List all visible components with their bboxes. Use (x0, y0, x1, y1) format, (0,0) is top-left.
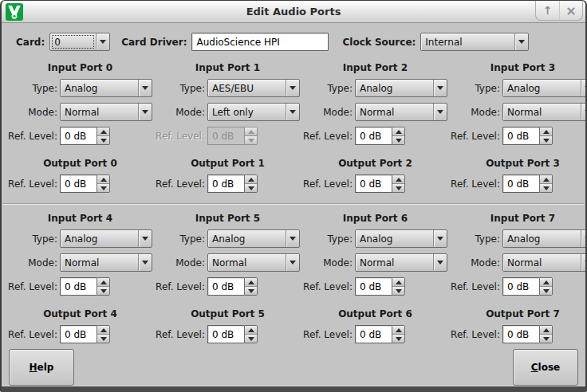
dropdown-arrow-button[interactable] (96, 33, 109, 50)
input-port-6-type-select[interactable]: Analog (355, 229, 447, 248)
spin-down-button[interactable] (392, 183, 404, 192)
spin-up-button[interactable] (392, 127, 404, 135)
dropdown-arrow-button[interactable] (286, 104, 299, 120)
spin-down-button[interactable] (97, 183, 109, 192)
titlebar[interactable]: Edit Audio Ports ↑ × (2, 1, 585, 23)
input-port-4-type-select[interactable]: Analog (60, 229, 152, 248)
spin-down-button[interactable] (97, 334, 109, 343)
input-port-0-mode-select[interactable]: Normal (60, 103, 152, 121)
card-driver-input[interactable] (191, 33, 329, 51)
ref-level-input[interactable] (207, 325, 244, 343)
spin-up-button[interactable] (245, 175, 257, 183)
spin-down-button[interactable] (245, 286, 257, 295)
ref-level-input[interactable] (355, 325, 392, 343)
spin-up-button[interactable] (540, 127, 552, 135)
close-window-button[interactable]: × (559, 1, 582, 20)
triangle-down-icon (100, 337, 107, 341)
ref-level-input[interactable] (502, 325, 539, 343)
ref-level-input[interactable] (60, 174, 97, 193)
ref-level-input[interactable] (207, 174, 244, 193)
ref-level-input[interactable] (207, 127, 244, 145)
ref-level-input[interactable] (60, 277, 97, 296)
spin-down-button[interactable] (97, 135, 109, 144)
dropdown-arrow-button[interactable] (286, 80, 299, 96)
triangle-up-icon (100, 178, 107, 182)
dropdown-arrow-button[interactable] (138, 80, 152, 96)
spin-down-button[interactable] (392, 286, 404, 295)
mode-label: Mode: (301, 107, 353, 118)
help-button[interactable]: Help (9, 349, 74, 386)
dropdown-arrow-button[interactable] (286, 254, 299, 271)
spin-up-button[interactable] (97, 127, 109, 135)
dropdown-arrow-button[interactable] (433, 80, 447, 96)
dropdown-arrow-button[interactable] (433, 230, 447, 247)
spin-down-button[interactable] (245, 334, 257, 343)
dropdown-arrow-button[interactable] (286, 230, 299, 247)
input-port-2-type-select[interactable]: Analog (355, 79, 447, 97)
spin-down-button[interactable] (392, 135, 404, 144)
ref-level-input[interactable] (502, 277, 539, 296)
spin-up-button[interactable] (245, 326, 257, 334)
input-port-3-type-select[interactable]: Analog (502, 79, 587, 97)
spin-down-button[interactable] (540, 286, 552, 295)
dropdown-arrow-button[interactable] (138, 104, 152, 120)
spin-up-button[interactable] (392, 278, 404, 286)
input-port-1-type-select[interactable]: AES/EBU (207, 79, 300, 97)
input-port-1-mode-select[interactable]: Left only (207, 103, 300, 121)
spin-up-button[interactable] (245, 278, 257, 286)
input-port-2-mode-select[interactable]: Normal (355, 103, 447, 121)
ref-level-input[interactable] (355, 277, 392, 296)
input-port-7-mode-select[interactable]: Normal (502, 253, 587, 272)
ref-level-input[interactable] (502, 127, 539, 145)
input-port-6-mode-select[interactable]: Normal (355, 253, 447, 272)
spin-up-button[interactable] (392, 326, 404, 334)
input-port-3-mode-select[interactable]: Normal (502, 103, 587, 121)
spin-up-button[interactable] (97, 175, 109, 183)
chevron-down-icon (437, 86, 443, 90)
dropdown-arrow-button[interactable] (433, 254, 447, 271)
dropdown-arrow-button[interactable] (514, 33, 528, 50)
ref-level-input[interactable] (355, 127, 392, 145)
ref-level-input[interactable] (60, 127, 97, 145)
type-label: Type: (6, 233, 57, 245)
spin-up-button[interactable] (97, 278, 109, 286)
spin-up-button[interactable] (540, 175, 552, 183)
spin-down-button[interactable] (540, 135, 552, 144)
triangle-up-icon (396, 280, 402, 284)
dropdown-arrow-button[interactable] (433, 104, 447, 120)
spin-up-button[interactable] (97, 326, 109, 334)
ref-level-input[interactable] (207, 277, 244, 296)
spin-down-button[interactable] (392, 334, 404, 343)
spin-up-button[interactable] (245, 127, 257, 135)
mode-label: Mode: (6, 257, 57, 269)
spin-down-button[interactable] (540, 334, 552, 343)
input-port-4-mode-select[interactable]: Normal (60, 253, 152, 272)
dropdown-arrow-button[interactable] (138, 230, 152, 247)
ref-level-input[interactable] (502, 174, 539, 193)
dropdown-arrow-button[interactable] (138, 254, 152, 271)
input-port-7-type-select[interactable]: Analog (502, 229, 587, 248)
dropdown-arrow-button[interactable] (581, 254, 587, 271)
spin-down-button[interactable] (245, 183, 257, 192)
close-button[interactable]: Close (513, 349, 578, 386)
dropdown-arrow-button[interactable] (581, 230, 587, 247)
spin-down-button[interactable] (540, 183, 552, 192)
ref-level-input[interactable] (355, 174, 392, 193)
ref-level-input[interactable] (60, 325, 97, 343)
type-label: Type: (154, 83, 205, 94)
spin-up-button[interactable] (540, 326, 552, 334)
spin-down-button[interactable] (97, 286, 109, 295)
shade-window-button[interactable]: ↑ (536, 1, 559, 20)
triangle-down-icon (543, 337, 550, 341)
input-port-0-type-select[interactable]: Analog (60, 79, 152, 97)
dropdown-arrow-button[interactable] (581, 80, 587, 96)
card-select[interactable]: 0 (49, 33, 110, 51)
spin-up-button[interactable] (392, 175, 404, 183)
input-port-5-mode-select[interactable]: Normal (207, 253, 300, 272)
spin-down-button[interactable] (245, 135, 257, 144)
spin-up-button[interactable] (540, 278, 552, 286)
clock-source-select[interactable]: Internal (420, 33, 529, 51)
input-port-5-type-select[interactable]: Analog (207, 229, 300, 248)
selected-mode: Normal (503, 254, 581, 271)
dropdown-arrow-button[interactable] (581, 104, 587, 120)
